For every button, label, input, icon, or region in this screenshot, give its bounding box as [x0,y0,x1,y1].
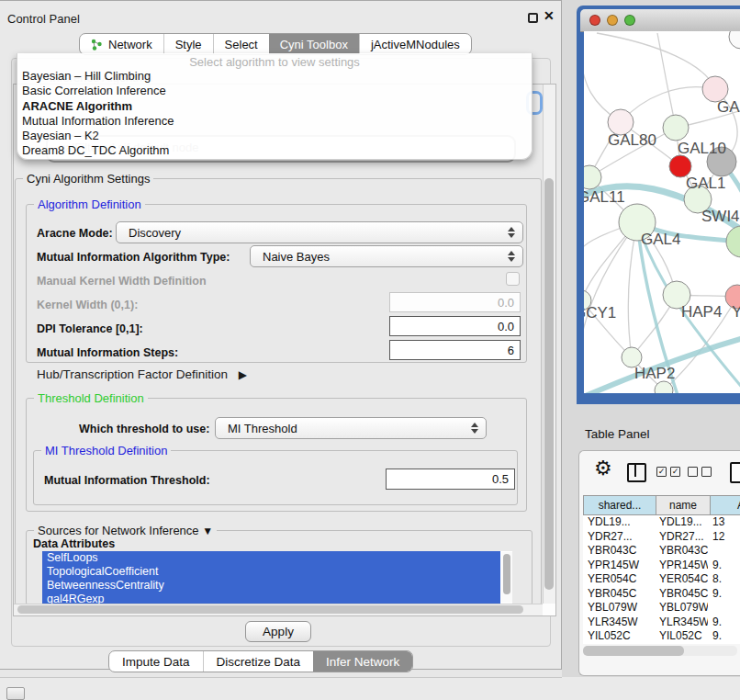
node-label: GCY1 [584,304,616,322]
column-header-name[interactable]: name [656,495,711,515]
hub-definition-expander[interactable]: Hub/Transcription Factor Definition ▶ [37,367,247,381]
combobox-arrows-icon [508,227,515,238]
algorithm-option[interactable]: Bayesian – Hill Climbing [17,69,532,84]
tab-select[interactable]: Select [213,34,269,54]
gear-icon[interactable]: ⚙ [594,457,612,480]
split-columns-icon[interactable] [627,463,646,482]
table-cell: YBL079W [583,601,655,615]
table-cell: 13 [708,515,740,530]
sources-group-title[interactable]: Sources for Network Inference ▼ [34,524,217,537]
column-header-shared[interactable]: shared... [583,495,656,515]
tab-jactivemnodules[interactable]: jActiveMNodules [359,34,471,54]
settings-horizontal-scrollbar-thumb[interactable] [17,605,523,614]
algorithm-option[interactable]: Dream8 DC_TDC Algorithm [17,143,532,158]
table-row[interactable]: YBR043CYBR043C [583,544,740,559]
data-attributes-label: Data Attributes [33,537,115,550]
attribute-item[interactable]: gal4RGexp [42,593,500,604]
checkbox-checked-pair-icon[interactable]: ✓✓ [656,467,680,477]
table-row[interactable]: YBL079WYBL079W [583,601,740,615]
expander-collapsed-icon: ▶ [239,368,247,381]
tab-discretize-data[interactable]: Discretize Data [203,651,314,672]
algorithm-option[interactable]: Bayesian – K2 [17,129,532,143]
algorithm-definition-title: Algorithm Definition [34,198,145,211]
zoom-traffic-light[interactable] [624,15,635,26]
apply-button[interactable]: Apply [245,621,311,642]
aracne-mode-value: Discovery [129,226,181,240]
tab-impute-data[interactable]: Impute Data [109,651,203,672]
network-node[interactable] [726,226,740,257]
table-row[interactable]: YBR045CYBR045C9. [583,587,740,602]
node-label: HAP2 [634,365,675,382]
table-cell: YBL079W [655,601,708,615]
close-icon[interactable]: ✕ [544,8,555,23]
table-row[interactable]: YIL052CYIL052C9. [583,629,740,644]
algorithm-option[interactable]: Mutual Information Inference [17,114,532,129]
mi-type-value: Naive Bayes [263,250,330,264]
network-node[interactable] [663,115,689,141]
table-horizontal-scrollbar-thumb[interactable] [583,646,684,656]
bottom-strip-border [0,677,562,678]
table-row[interactable]: YDL19...YDL19...13 [583,515,740,530]
table-cell: YDL19... [655,515,708,530]
minimized-window-icon[interactable] [6,687,25,700]
table-row[interactable]: YDR27...YDR27...12 [583,530,740,545]
bottom-tabbar: Impute Data Discretize Data Infer Networ… [108,650,413,672]
table-cell: YBR045C [655,587,708,602]
attribute-item[interactable]: TopologicalCoefficient [42,565,500,579]
kernel-width-field[interactable]: 0.0 [389,292,521,312]
algorithm-option[interactable]: ARACNE Algorithm [17,99,532,114]
minimize-traffic-light[interactable] [607,15,618,26]
float-window-icon[interactable] [528,13,538,23]
attribute-item[interactable]: BetweennessCentrality [42,579,500,593]
node-label: GAL [717,98,740,116]
data-attributes-list[interactable]: SelfLoopsTopologicalCoefficientBetweenne… [42,551,512,604]
network-node[interactable] [729,31,740,49]
network-window-titlebar[interactable] [580,9,740,32]
table-cell: YER054C [583,572,655,587]
table-cell [708,601,740,615]
tab-style[interactable]: Style [163,34,213,54]
which-threshold-combobox[interactable]: MI Threshold [215,417,487,439]
table-row[interactable]: YER054CYER054C8. [583,572,740,587]
table-cell: 8. [708,572,740,587]
expander-expanded-icon: ▼ [202,525,213,537]
tab-network-label: Network [108,38,152,51]
close-traffic-light[interactable] [589,15,600,26]
dpi-tolerance-label: DPI Tolerance [0,1]: [37,322,143,335]
mi-type-label: Mutual Information Algorithm Type: [37,251,230,264]
scrollbar-corner [543,604,555,615]
control-panel-title: Control Panel [7,12,80,26]
table-row[interactable]: YPR145WYPR145W9. [583,559,740,573]
mi-threshold-field[interactable]: 0.5 [386,469,515,490]
attributes-list-scrollbar-thumb[interactable] [503,554,510,594]
mi-threshold-label: Mutual Information Threshold: [44,474,210,487]
column-header-partial[interactable]: A [711,495,740,515]
tab-network[interactable]: Network [80,34,163,54]
tab-cyni-toolbox[interactable]: Cyni Toolbox [269,34,359,54]
network-edge [657,33,676,128]
table-cell: 12 [708,530,740,545]
tab-infer-network[interactable]: Infer Network [313,651,412,672]
table-row[interactable]: YLR345WYLR345W9. [583,615,740,630]
node-label: GAL1 [686,175,725,192]
table-cell: YLR345W [583,615,655,630]
attribute-item[interactable]: SelfLoops [42,551,500,565]
node-label: GAL4 [641,231,680,248]
kernel-width-label: Kernel Width (0,1): [37,299,138,311]
table-body: YDL19...YDL19...13YDR27...YDR27...12YBR0… [583,515,740,644]
algorithm-option[interactable]: Basic Correlation Inference [17,84,532,98]
table-cell: YBR043C [655,544,708,559]
document-icon[interactable] [730,462,740,483]
mi-steps-field[interactable]: 6 [389,340,521,360]
combobox-arrows-icon [471,423,478,434]
settings-vertical-scrollbar-thumb[interactable] [544,178,554,590]
control-panel: Control Panel ✕ Network Style Select Cyn… [0,0,562,670]
aracne-mode-combobox[interactable]: Discovery [116,221,523,243]
dpi-tolerance-field[interactable]: 0.0 [389,316,521,336]
manual-kernel-checkbox[interactable] [506,272,520,286]
network-graph[interactable]: GALGAL80GAL10GAL1GAL11SWI4GAL4GCY1HAP4YH… [584,31,740,393]
table-cell: YIL052C [655,629,708,644]
checkbox-unchecked-pair-icon[interactable] [688,467,712,477]
mi-type-combobox[interactable]: Naive Bayes [250,245,523,267]
network-node[interactable] [655,381,673,393]
